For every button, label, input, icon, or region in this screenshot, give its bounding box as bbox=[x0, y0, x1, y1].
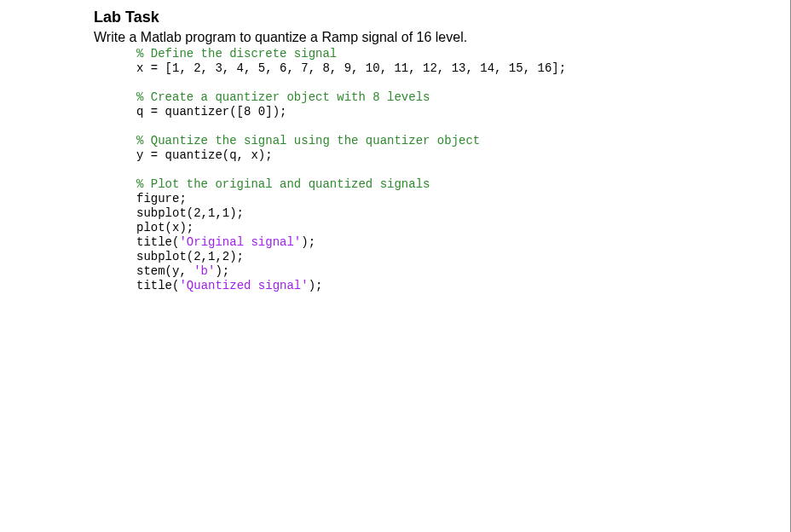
matlab-code-block: % Define the discrete signal x = [1, 2, … bbox=[94, 47, 790, 293]
code-comment: % Create a quantizer object with 8 level… bbox=[136, 90, 430, 104]
code-string: 'b' bbox=[193, 264, 215, 278]
code-line: ); bbox=[301, 235, 315, 249]
lab-task-description: Write a Matlab program to quantize a Ram… bbox=[94, 30, 790, 45]
code-line: title( bbox=[136, 279, 179, 292]
code-string: 'Quantized signal' bbox=[179, 279, 308, 292]
code-string: 'Original signal' bbox=[179, 235, 301, 249]
lab-task-title: Lab Task bbox=[94, 9, 790, 26]
document-content: Lab Task Write a Matlab program to quant… bbox=[0, 0, 790, 293]
code-comment: % Quantize the signal using the quantize… bbox=[136, 134, 480, 147]
code-line: ); bbox=[309, 279, 323, 292]
code-line: subplot(2,1,2); bbox=[136, 250, 244, 263]
code-line: y = quantize(q, x); bbox=[136, 148, 273, 162]
code-line: q = quantizer([8 0]); bbox=[136, 105, 286, 119]
code-comment: % Plot the original and quantized signal… bbox=[136, 177, 430, 191]
code-line: subplot(2,1,1); bbox=[136, 206, 244, 220]
code-line: stem(y, bbox=[136, 264, 193, 278]
code-line: x = [1, 2, 3, 4, 5, 6, 7, 8, 9, 10, 11, … bbox=[136, 61, 566, 75]
code-comment: % Define the discrete signal bbox=[136, 47, 337, 61]
code-line: figure; bbox=[136, 192, 187, 205]
code-line: ); bbox=[215, 264, 229, 278]
code-line: title( bbox=[136, 235, 179, 249]
code-line: plot(x); bbox=[136, 221, 193, 234]
